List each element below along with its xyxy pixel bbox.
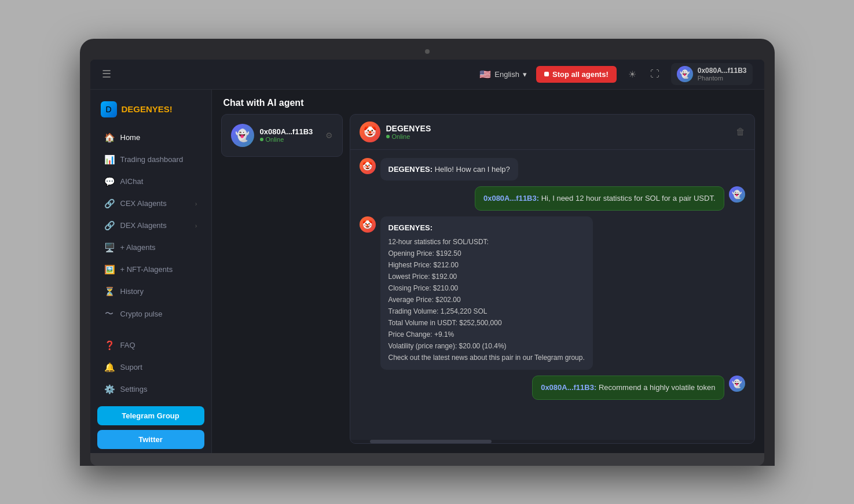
stat-average: Average Price: $202.00 <box>388 295 585 305</box>
crypto-pulse-icon: 〜 <box>104 308 115 319</box>
stat-opening: Opening Price: $192.50 <box>388 248 585 259</box>
nft-agents-icon: 🖼️ <box>104 264 115 275</box>
menu-icon[interactable]: ☰ <box>102 68 111 80</box>
trading-icon: 📊 <box>104 154 115 165</box>
message-bubble-2: 0x080A...f11B3: Hi, I need 12 hour stati… <box>475 186 724 211</box>
camera <box>425 49 430 54</box>
logo-text-normal: DEGEN <box>122 104 152 114</box>
logo-text: DEGENYES! <box>122 104 173 114</box>
home-icon: 🏠 <box>104 133 115 143</box>
delete-chat-button[interactable]: 🗑 <box>736 127 745 137</box>
chevron-down-icon: ▾ <box>523 70 527 79</box>
nav-label-cex: CEX Alagents <box>120 199 167 208</box>
sender-2: 0x080A...f11B3: <box>483 194 541 203</box>
sidebar-item-faq[interactable]: ❓ FAQ <box>94 335 208 356</box>
message-2: 👻 0x080A...f11B3: Hi, I need 12 hour sta… <box>475 186 745 211</box>
agent-msg-avatar-1: 🤡 <box>360 158 376 174</box>
chat-status: Online <box>260 136 320 143</box>
fullscreen-icon[interactable]: ⛶ <box>648 67 662 82</box>
stat-volatility: Volatility (price range): $20.00 (10.4%) <box>388 341 585 351</box>
history-icon: ⏳ <box>104 286 115 297</box>
agent-status-dot <box>386 135 390 138</box>
message-bubble-4: 0x080A...f11B3: Recommend a highly volat… <box>532 376 724 400</box>
sidebar-item-home[interactable]: 🏠 Home <box>94 127 208 148</box>
nav-label-settings: Settings <box>120 385 148 393</box>
logo-text-highlight: YES! <box>152 104 173 114</box>
sender-1: DEGENYES: <box>388 165 435 174</box>
scrollbar-thumb <box>370 440 491 443</box>
stat-telegram: Check out the latest news about this pai… <box>388 352 585 363</box>
agent-status: Online <box>386 133 730 140</box>
nav-label-support: Suport <box>120 363 142 371</box>
sidebar-item-cex[interactable]: 🔗 CEX Alagents › <box>94 193 208 214</box>
nav-label-trading: Trading dashboard <box>120 155 184 164</box>
stat-price-change: Price Change: +9.1% <box>388 329 585 340</box>
logo-icon: D <box>101 101 117 117</box>
chat-scrollbar[interactable] <box>350 440 754 443</box>
chat-header: 🤡 DEGENYES Online 🗑 <box>350 115 754 150</box>
support-icon: 🔔 <box>104 362 115 373</box>
nav-label-home: Home <box>120 133 141 142</box>
sidebar-item-settings[interactable]: ⚙️ Settings <box>94 379 208 400</box>
header: ☰ 🇺🇸 English ▾ Stop all agents! ☀ ⛶ 👻 0x… <box>90 60 764 90</box>
sidebar-item-nft-agents[interactable]: 🖼️ + NFT-Alagents <box>94 259 208 280</box>
theme-toggle-icon[interactable]: ☀ <box>626 67 639 82</box>
nav-label-history: History <box>120 287 144 296</box>
page-title: Chat with AI agent <box>212 90 764 114</box>
laptop-outer: ☰ 🇺🇸 English ▾ Stop all agents! ☀ ⛶ 👻 0x… <box>80 39 775 466</box>
chat-user-info: 0x080A...f11B3 Online <box>260 127 320 143</box>
agent-name: DEGENYES <box>386 124 730 133</box>
message-4: 👻 0x080A...f11B3: Recommend a highly vol… <box>532 376 745 400</box>
twitter-button[interactable]: Twitter <box>97 430 204 449</box>
language-label: English <box>494 70 519 79</box>
cex-icon: 🔗 <box>104 198 115 209</box>
main: Chat with AI agent 👻 0x080A...f11B3 <box>212 90 764 453</box>
nav-label-faq: FAQ <box>120 341 135 350</box>
agent-info: DEGENYES Online <box>386 124 730 140</box>
stop-icon <box>544 72 549 76</box>
aichat-icon: 💬 <box>104 176 115 187</box>
stat-highest: Highest Price: $212.00 <box>388 260 585 270</box>
flag-icon: 🇺🇸 <box>479 69 491 80</box>
nav-label-aichat: AIChat <box>120 177 144 186</box>
chat-user-card[interactable]: 👻 0x080A...f11B3 Online ⚙ <box>221 114 343 157</box>
avatar: 👻 <box>677 66 693 82</box>
sender-3: DEGENYES: <box>388 223 433 232</box>
sidebar-item-dex[interactable]: 🔗 DEX Alagents › <box>94 215 208 236</box>
gear-icon[interactable]: ⚙ <box>325 131 333 140</box>
message-3: 🤡 DEGENYES: 12-hour statistics for SOL/U… <box>360 216 593 370</box>
sidebar-item-history[interactable]: ⏳ History <box>94 281 208 302</box>
language-selector[interactable]: 🇺🇸 English ▾ <box>479 69 527 80</box>
user-msg-avatar-2: 👻 <box>729 186 745 203</box>
sidebar-item-aichat[interactable]: 💬 AIChat <box>94 171 208 192</box>
sidebar-item-crypto-pulse[interactable]: 〜 Crypto pulse <box>94 303 208 325</box>
app: ☰ 🇺🇸 English ▾ Stop all agents! ☀ ⛶ 👻 0x… <box>90 60 764 453</box>
agent-msg-avatar-3: 🤡 <box>360 216 376 233</box>
dex-icon: 🔗 <box>104 220 115 231</box>
user-info: 0x080A...f11B3 Phantom <box>698 67 747 82</box>
telegram-group-button[interactable]: Telegram Group <box>97 406 204 425</box>
cex-arrow-icon: › <box>195 200 197 207</box>
sender-4: 0x080A...f11B3: <box>541 383 599 392</box>
agent-avatar: 🤡 <box>360 122 380 142</box>
nav-label-crypto-pulse: Crypto pulse <box>120 310 163 318</box>
user-wallet: Phantom <box>698 75 747 82</box>
chat-user-avatar: 👻 <box>231 124 254 147</box>
nav-label-dex: DEX Alagents <box>120 221 167 230</box>
user-pill[interactable]: 👻 0x080A...f11B3 Phantom <box>671 63 753 85</box>
stop-agents-button[interactable]: Stop all agents! <box>536 66 617 83</box>
body: D DEGENYES! 🏠 Home 📊 Trading dashboard <box>90 90 764 453</box>
sidebar-item-trading[interactable]: 📊 Trading dashboard <box>94 149 208 170</box>
chat-status-label: Online <box>266 136 284 143</box>
message-bubble-1: DEGENYES: Hello! How can I help? <box>380 158 518 181</box>
msg-text-1: Hello! How can I help? <box>435 165 510 174</box>
sidebar-item-support[interactable]: 🔔 Suport <box>94 357 208 378</box>
user-msg-avatar-4: 👻 <box>729 376 745 392</box>
dex-arrow-icon: › <box>195 222 197 229</box>
msg-text-2: Hi, I need 12 hour statistics for SOL fo… <box>541 194 716 203</box>
msg-text-4: Recommend a highly volatile token <box>599 383 716 392</box>
sidebar-bottom: Telegram Group Twitter <box>90 400 211 453</box>
sidebar: D DEGENYES! 🏠 Home 📊 Trading dashboard <box>90 90 212 453</box>
sidebar-item-add-agents[interactable]: 🖥️ + Alagents <box>94 237 208 258</box>
chat-messages: 🤡 DEGENYES: Hello! How can I help? 👻 <box>350 150 754 440</box>
